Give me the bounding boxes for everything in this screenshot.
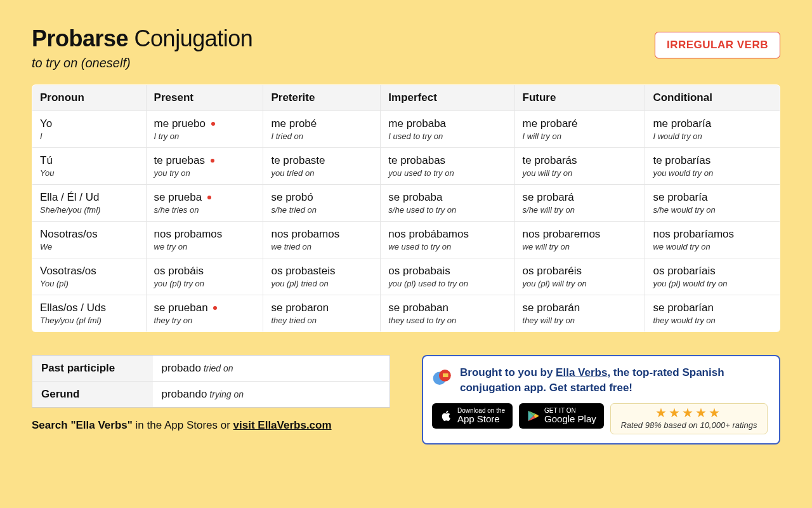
pronoun-cell: Ellas/os / UdsThey/you (pl fml) [32,295,147,332]
conjugation-cell: te probasteyou tried on [263,148,381,185]
ellaverbs-link[interactable]: visit EllaVerbs.com [233,419,332,431]
conjugation-cell: te probarásyou will try on [514,148,645,185]
pronoun-cell: Vosotras/osYou (pl) [32,258,147,295]
column-header: Pronoun [32,85,147,111]
participle-value: probadotried on [153,356,390,382]
irregular-dot-icon [205,191,211,203]
column-header: Imperfect [381,85,514,111]
table-row: Nosotras/osWenos probamoswe try onnos pr… [32,222,780,258]
promo-text: Brought to you by Ella Verbs, the top-ra… [460,365,768,396]
table-row: Ellas/os / UdsThey/you (pl fml)se prueba… [32,295,780,332]
conjugation-cell: nos probaríamoswe would try on [645,222,780,258]
conjugation-cell: me pruebo I try on [146,111,263,148]
conjugation-cell: me probaríaI would try on [645,111,780,148]
conjugation-cell: se probarás/he will try on [514,185,645,222]
rating-box: ★★★★★ Rated 98% based on 10,000+ ratings [610,403,768,434]
ella-verbs-link[interactable]: Ella Verbs [556,366,607,378]
column-header: Present [146,85,263,111]
column-header: Future [514,85,645,111]
conjugation-cell: se probabanthey used to try on [381,295,514,332]
promo-box: Brought to you by Ella Verbs, the top-ra… [422,355,780,444]
pronoun-cell: TúYou [32,148,147,185]
conjugation-cell: me probaréI will try on [514,111,645,148]
conjugation-cell: se probaronthey tried on [263,295,381,332]
conjugation-cell: os probaríaisyou (pl) would try on [645,258,780,295]
verb-translation: to try on (oneself) [32,56,252,70]
conjugation-cell: os probaréisyou (pl) will try on [514,258,645,295]
conjugation-table: PronounPresentPreteriteImperfectFutureCo… [32,84,780,332]
table-row: TúYoute pruebas you try onte probasteyou… [32,148,780,185]
participle-label: Past participle [32,356,153,382]
column-header: Preterite [263,85,381,111]
conjugation-cell: me probéI tried on [263,111,381,148]
irregular-dot-icon [208,154,214,166]
pronoun-cell: Nosotras/osWe [32,222,147,258]
google-play-icon [527,409,539,423]
conjugation-cell: te probaríasyou would try on [645,148,780,185]
participle-value: probandotrying on [153,382,390,408]
app-logo-icon [432,366,454,388]
conjugation-cell: se probós/he tried on [263,185,381,222]
conjugation-cell: se prueban they try on [146,295,263,332]
apple-icon [440,409,452,423]
google-play-button[interactable]: GET IT ONGoogle Play [519,403,604,429]
conjugation-cell: te pruebas you try on [146,148,263,185]
svg-rect-2 [443,373,449,377]
conjugation-cell: se prueba s/he tries on [146,185,263,222]
star-icons: ★★★★★ [617,406,761,419]
irregular-badge: IRREGULAR VERB [655,32,780,58]
pronoun-cell: YoI [32,111,147,148]
participle-table: Past participleprobadotried onGerundprob… [32,355,390,408]
app-store-button[interactable]: Download on theApp Store [432,403,513,429]
column-header: Conditional [645,85,780,111]
conjugation-cell: me probabaI used to try on [381,111,514,148]
table-row: Vosotras/osYou (pl)os probáisyou (pl) tr… [32,258,780,295]
conjugation-cell: os probáisyou (pl) try on [146,258,263,295]
page-title: Probarse Conjugation [32,25,252,52]
conjugation-cell: nos probaremoswe will try on [514,222,645,258]
conjugation-cell: os probasteisyou (pl) tried on [263,258,381,295]
conjugation-cell: nos probábamoswe used to try on [381,222,514,258]
table-row: Gerundprobandotrying on [32,382,390,408]
participle-label: Gerund [32,382,153,408]
pronoun-cell: Ella / Él / UdShe/he/you (fml) [32,185,147,222]
conjugation-cell: se probabas/he used to try on [381,185,514,222]
conjugation-cell: nos probamoswe tried on [263,222,381,258]
table-row: YoIme pruebo I try onme probéI tried onm… [32,111,780,148]
table-row: Ella / Él / UdShe/he/you (fml)se prueba … [32,185,780,222]
search-instruction: Search "Ella Verbs" in the App Stores or… [32,419,390,432]
conjugation-cell: nos probamoswe try on [146,222,263,258]
irregular-dot-icon [211,302,217,314]
irregular-dot-icon [209,117,215,130]
table-row: Past participleprobadotried on [32,356,390,382]
conjugation-cell: se probarías/he would try on [645,185,780,222]
conjugation-cell: te probabasyou used to try on [381,148,514,185]
conjugation-cell: se probaránthey will try on [514,295,645,332]
conjugation-cell: os probabaisyou (pl) used to try on [381,258,514,295]
conjugation-cell: se probaríanthey would try on [645,295,780,332]
